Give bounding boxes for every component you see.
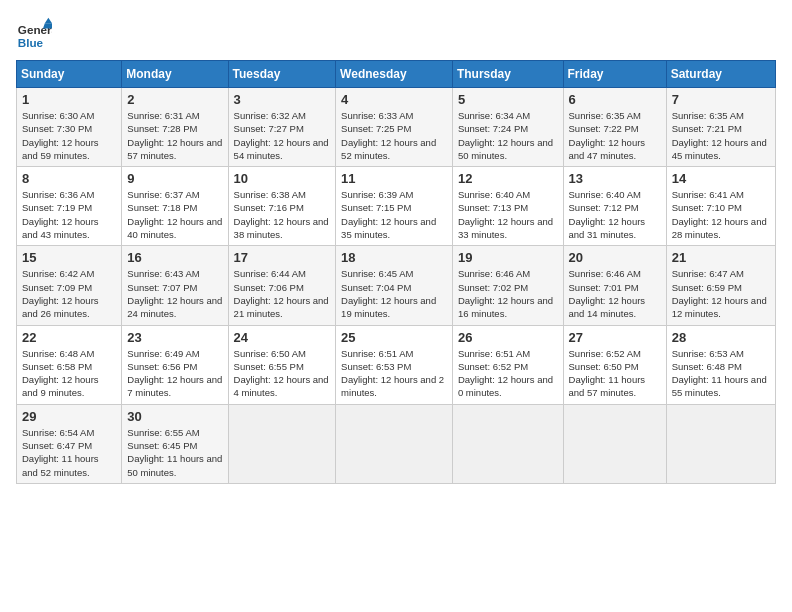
day-number: 13 (569, 171, 661, 186)
sunset-text: Sunset: 6:58 PM (22, 361, 92, 372)
sunrise-text: Sunrise: 6:37 AM (127, 189, 199, 200)
sunset-text: Sunset: 7:24 PM (458, 123, 528, 134)
daylight-text: Daylight: 11 hours and 52 minutes. (22, 453, 99, 477)
sunset-text: Sunset: 6:45 PM (127, 440, 197, 451)
day-number: 27 (569, 330, 661, 345)
day-content: Sunrise: 6:39 AM Sunset: 7:15 PM Dayligh… (341, 188, 447, 241)
day-content: Sunrise: 6:40 AM Sunset: 7:13 PM Dayligh… (458, 188, 558, 241)
day-number: 25 (341, 330, 447, 345)
day-number: 14 (672, 171, 770, 186)
daylight-text: Daylight: 12 hours and 45 minutes. (672, 137, 767, 161)
day-cell: 10 Sunrise: 6:38 AM Sunset: 7:16 PM Dayl… (228, 167, 336, 246)
daylight-text: Daylight: 12 hours and 52 minutes. (341, 137, 436, 161)
week-row-0: 1 Sunrise: 6:30 AM Sunset: 7:30 PM Dayli… (17, 88, 776, 167)
day-number: 11 (341, 171, 447, 186)
day-content: Sunrise: 6:30 AM Sunset: 7:30 PM Dayligh… (22, 109, 116, 162)
sunset-text: Sunset: 7:30 PM (22, 123, 92, 134)
day-content: Sunrise: 6:46 AM Sunset: 7:02 PM Dayligh… (458, 267, 558, 320)
logo: General Blue (16, 16, 52, 52)
day-cell: 4 Sunrise: 6:33 AM Sunset: 7:25 PM Dayli… (336, 88, 453, 167)
header-saturday: Saturday (666, 61, 775, 88)
day-content: Sunrise: 6:35 AM Sunset: 7:22 PM Dayligh… (569, 109, 661, 162)
sunset-text: Sunset: 7:16 PM (234, 202, 304, 213)
sunset-text: Sunset: 7:19 PM (22, 202, 92, 213)
daylight-text: Daylight: 12 hours and 28 minutes. (672, 216, 767, 240)
day-content: Sunrise: 6:45 AM Sunset: 7:04 PM Dayligh… (341, 267, 447, 320)
sunrise-text: Sunrise: 6:50 AM (234, 348, 306, 359)
week-row-2: 15 Sunrise: 6:42 AM Sunset: 7:09 PM Dayl… (17, 246, 776, 325)
daylight-text: Daylight: 12 hours and 2 minutes. (341, 374, 444, 398)
sunset-text: Sunset: 7:18 PM (127, 202, 197, 213)
sunrise-text: Sunrise: 6:34 AM (458, 110, 530, 121)
day-number: 30 (127, 409, 222, 424)
day-cell: 13 Sunrise: 6:40 AM Sunset: 7:12 PM Dayl… (563, 167, 666, 246)
daylight-text: Daylight: 11 hours and 57 minutes. (569, 374, 646, 398)
sunrise-text: Sunrise: 6:35 AM (672, 110, 744, 121)
sunrise-text: Sunrise: 6:48 AM (22, 348, 94, 359)
sunset-text: Sunset: 6:56 PM (127, 361, 197, 372)
header-friday: Friday (563, 61, 666, 88)
day-content: Sunrise: 6:50 AM Sunset: 6:55 PM Dayligh… (234, 347, 331, 400)
day-content: Sunrise: 6:52 AM Sunset: 6:50 PM Dayligh… (569, 347, 661, 400)
daylight-text: Daylight: 12 hours and 35 minutes. (341, 216, 436, 240)
day-content: Sunrise: 6:53 AM Sunset: 6:48 PM Dayligh… (672, 347, 770, 400)
sunset-text: Sunset: 7:10 PM (672, 202, 742, 213)
sunrise-text: Sunrise: 6:30 AM (22, 110, 94, 121)
day-number: 1 (22, 92, 116, 107)
day-cell: 29 Sunrise: 6:54 AM Sunset: 6:47 PM Dayl… (17, 404, 122, 483)
sunrise-text: Sunrise: 6:44 AM (234, 268, 306, 279)
sunset-text: Sunset: 7:22 PM (569, 123, 639, 134)
day-content: Sunrise: 6:49 AM Sunset: 6:56 PM Dayligh… (127, 347, 222, 400)
day-cell: 19 Sunrise: 6:46 AM Sunset: 7:02 PM Dayl… (452, 246, 563, 325)
daylight-text: Daylight: 12 hours and 7 minutes. (127, 374, 222, 398)
daylight-text: Daylight: 12 hours and 26 minutes. (22, 295, 99, 319)
sunrise-text: Sunrise: 6:35 AM (569, 110, 641, 121)
header-monday: Monday (122, 61, 228, 88)
header-sunday: Sunday (17, 61, 122, 88)
day-cell: 28 Sunrise: 6:53 AM Sunset: 6:48 PM Dayl… (666, 325, 775, 404)
day-number: 15 (22, 250, 116, 265)
sunrise-text: Sunrise: 6:42 AM (22, 268, 94, 279)
day-cell: 8 Sunrise: 6:36 AM Sunset: 7:19 PM Dayli… (17, 167, 122, 246)
day-content: Sunrise: 6:32 AM Sunset: 7:27 PM Dayligh… (234, 109, 331, 162)
sunrise-text: Sunrise: 6:36 AM (22, 189, 94, 200)
day-content: Sunrise: 6:34 AM Sunset: 7:24 PM Dayligh… (458, 109, 558, 162)
sunset-text: Sunset: 7:04 PM (341, 282, 411, 293)
daylight-text: Daylight: 12 hours and 24 minutes. (127, 295, 222, 319)
sunrise-text: Sunrise: 6:40 AM (569, 189, 641, 200)
day-number: 29 (22, 409, 116, 424)
day-number: 2 (127, 92, 222, 107)
day-content: Sunrise: 6:47 AM Sunset: 6:59 PM Dayligh… (672, 267, 770, 320)
day-cell: 17 Sunrise: 6:44 AM Sunset: 7:06 PM Dayl… (228, 246, 336, 325)
day-content: Sunrise: 6:43 AM Sunset: 7:07 PM Dayligh… (127, 267, 222, 320)
day-number: 6 (569, 92, 661, 107)
day-content: Sunrise: 6:31 AM Sunset: 7:28 PM Dayligh… (127, 109, 222, 162)
daylight-text: Daylight: 12 hours and 9 minutes. (22, 374, 99, 398)
day-number: 7 (672, 92, 770, 107)
day-number: 22 (22, 330, 116, 345)
day-cell: 22 Sunrise: 6:48 AM Sunset: 6:58 PM Dayl… (17, 325, 122, 404)
sunset-text: Sunset: 7:06 PM (234, 282, 304, 293)
sunrise-text: Sunrise: 6:46 AM (458, 268, 530, 279)
day-cell: 24 Sunrise: 6:50 AM Sunset: 6:55 PM Dayl… (228, 325, 336, 404)
daylight-text: Daylight: 12 hours and 47 minutes. (569, 137, 646, 161)
daylight-text: Daylight: 12 hours and 14 minutes. (569, 295, 646, 319)
day-content: Sunrise: 6:38 AM Sunset: 7:16 PM Dayligh… (234, 188, 331, 241)
header-thursday: Thursday (452, 61, 563, 88)
sunset-text: Sunset: 7:15 PM (341, 202, 411, 213)
day-content: Sunrise: 6:54 AM Sunset: 6:47 PM Dayligh… (22, 426, 116, 479)
day-content: Sunrise: 6:48 AM Sunset: 6:58 PM Dayligh… (22, 347, 116, 400)
sunset-text: Sunset: 6:48 PM (672, 361, 742, 372)
sunrise-text: Sunrise: 6:31 AM (127, 110, 199, 121)
day-content: Sunrise: 6:55 AM Sunset: 6:45 PM Dayligh… (127, 426, 222, 479)
daylight-text: Daylight: 12 hours and 19 minutes. (341, 295, 436, 319)
sunrise-text: Sunrise: 6:39 AM (341, 189, 413, 200)
day-cell: 30 Sunrise: 6:55 AM Sunset: 6:45 PM Dayl… (122, 404, 228, 483)
day-cell (228, 404, 336, 483)
header-wednesday: Wednesday (336, 61, 453, 88)
day-number: 24 (234, 330, 331, 345)
daylight-text: Daylight: 12 hours and 12 minutes. (672, 295, 767, 319)
day-cell: 9 Sunrise: 6:37 AM Sunset: 7:18 PM Dayli… (122, 167, 228, 246)
day-content: Sunrise: 6:51 AM Sunset: 6:53 PM Dayligh… (341, 347, 447, 400)
day-cell: 7 Sunrise: 6:35 AM Sunset: 7:21 PM Dayli… (666, 88, 775, 167)
